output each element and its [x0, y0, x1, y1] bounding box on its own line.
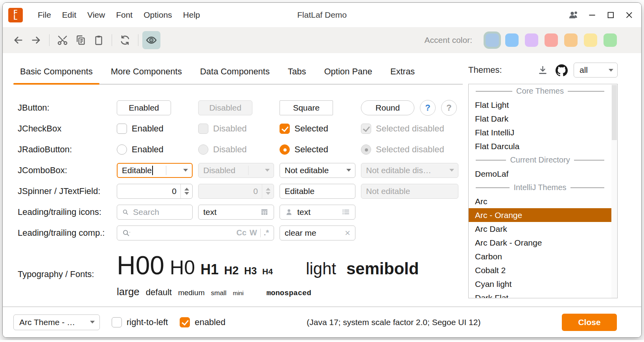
radio-enabled[interactable] — [117, 144, 127, 155]
accent-swatch-blue-gray[interactable] — [486, 33, 499, 47]
accent-swatch-green[interactable] — [604, 33, 617, 47]
spinner-down-icon[interactable] — [184, 192, 189, 195]
jbutton-enabled[interactable]: Enabled — [117, 100, 171, 115]
enabled-checkbox-group[interactable]: enabled — [180, 317, 225, 327]
right-to-left-checkbox[interactable] — [112, 317, 122, 327]
menu-bar: File Edit View Font Options Help — [32, 7, 206, 23]
menu-help[interactable]: Help — [178, 7, 206, 23]
minimize-button[interactable] — [583, 7, 601, 23]
help-button[interactable]: ? — [420, 100, 436, 116]
menu-font[interactable]: Font — [110, 7, 138, 23]
menu-file[interactable]: File — [32, 7, 57, 23]
list-icon[interactable] — [341, 207, 350, 216]
copy-button[interactable] — [72, 31, 90, 49]
chevron-down-icon[interactable] — [90, 321, 95, 324]
spinner-value: 0 — [117, 184, 180, 198]
theme-item[interactable]: Cobalt 2 — [469, 263, 611, 277]
menu-options[interactable]: Options — [138, 7, 177, 23]
enabled-checkbox[interactable] — [180, 317, 190, 327]
whole-words-button[interactable]: W — [250, 228, 257, 237]
clear-button[interactable]: × — [345, 228, 350, 238]
app-window: F L File Edit View Font Options Help Fla… — [2, 2, 642, 338]
theme-item[interactable]: Arc — [469, 194, 611, 208]
users-button[interactable] — [564, 7, 583, 23]
download-themes-button[interactable] — [534, 62, 551, 78]
radio-selected-label: Selected — [294, 144, 328, 155]
jbutton-round[interactable]: Round — [361, 100, 414, 115]
rtl-checkbox-group[interactable]: right-to-left — [112, 317, 168, 327]
theme-item[interactable]: Dark Flat — [469, 291, 611, 298]
tab-data-components[interactable]: Data Components — [193, 61, 276, 84]
themes-scrollbar[interactable] — [611, 84, 617, 298]
github-button[interactable] — [553, 62, 570, 78]
checkbox-enabled[interactable] — [117, 124, 127, 134]
close-button[interactable]: Close — [562, 314, 617, 331]
menu-edit[interactable]: Edit — [57, 7, 82, 23]
theme-item[interactable]: Carbon — [469, 250, 611, 263]
search-field[interactable] — [117, 205, 193, 220]
accent-swatch-orange[interactable] — [564, 33, 578, 47]
themes-scrollbar-thumb[interactable] — [612, 85, 617, 140]
combo-divider — [166, 166, 166, 175]
cut-button[interactable] — [53, 31, 72, 49]
refresh-button[interactable] — [116, 31, 134, 49]
show-hidden-toggle-button[interactable] — [142, 31, 160, 49]
regex-button[interactable]: .* — [264, 228, 269, 237]
theme-item[interactable]: Flat IntelliJ — [469, 126, 611, 139]
accent-swatch-yellow[interactable] — [584, 33, 597, 47]
paste-button[interactable] — [90, 31, 108, 49]
tab-option-pane[interactable]: Option Pane — [317, 61, 379, 84]
search-with-menu-icon[interactable] — [122, 229, 131, 237]
accent-swatch-red[interactable] — [545, 33, 558, 47]
combobox-editable-value: Editable — [122, 166, 152, 175]
clearable-field[interactable]: clear me × — [280, 226, 355, 240]
chevron-down-icon[interactable] — [346, 169, 351, 172]
text-field-calendar[interactable]: text — [198, 205, 274, 220]
themes-list: Core Themes Flat Light Flat Dark Flat In… — [468, 84, 618, 298]
combobox-editable[interactable]: Editable — [117, 163, 193, 178]
font-sample-mini: mini — [233, 290, 244, 296]
search-field-with-options[interactable]: Cc W .* — [117, 226, 274, 240]
combobox-not-editable[interactable]: Not editable — [280, 163, 355, 178]
chevron-down-icon[interactable] — [183, 169, 188, 172]
textfield-editable[interactable]: Editable — [280, 184, 355, 199]
theme-item[interactable]: DemoLaf — [469, 167, 611, 181]
jbutton-square[interactable]: Square — [280, 100, 333, 115]
accent-swatch-blue[interactable] — [505, 33, 519, 47]
tab-basic-components[interactable]: Basic Components — [13, 61, 99, 84]
theme-item[interactable]: Flat Dark — [469, 112, 611, 126]
tab-more-components[interactable]: More Components — [104, 61, 189, 84]
theme-item[interactable]: Cyan light — [469, 277, 611, 291]
close-window-button[interactable] — [620, 7, 638, 23]
maximize-button[interactable] — [601, 7, 620, 23]
menu-view[interactable]: View — [82, 7, 110, 23]
theme-item[interactable]: Arc Dark - Orange — [469, 236, 611, 250]
jbutton-row: JButton: Enabled Disabled Square Round ?… — [18, 97, 458, 118]
text-field-person-list[interactable]: text — [280, 205, 355, 220]
themes-filter-combobox[interactable]: all — [574, 63, 618, 78]
back-button[interactable] — [9, 31, 27, 49]
accent-swatch-purple[interactable] — [525, 33, 538, 47]
theme-item[interactable]: Flat Darcula — [469, 139, 611, 153]
typography-row: Typography / Fonts: H00 H0 H1 H2 H3 H4 l… — [18, 250, 458, 298]
spinner-enabled[interactable]: 0 — [117, 184, 193, 199]
match-case-button[interactable]: Cc — [236, 228, 247, 237]
radio-selected[interactable] — [280, 144, 290, 155]
checkbox-selected[interactable] — [280, 124, 290, 134]
forward-button[interactable] — [27, 31, 45, 49]
theme-item-selected[interactable]: Arc - Orange — [469, 208, 611, 222]
spinner-up-icon[interactable] — [184, 188, 189, 190]
tab-tabs[interactable]: Tabs — [281, 61, 313, 84]
clearable-field-value: clear me — [285, 228, 316, 238]
theme-item[interactable]: Flat Light — [469, 98, 611, 112]
font-sample-monospaced: monospaced — [267, 289, 311, 298]
spinner-buttons[interactable] — [180, 184, 192, 198]
help-button-disabled: ? — [441, 100, 457, 116]
calendar-icon[interactable] — [260, 207, 269, 216]
search-input[interactable] — [133, 207, 188, 217]
jbutton-label: JButton: — [18, 103, 117, 113]
look-and-feel-combobox[interactable]: Arc Theme - … — [13, 314, 100, 330]
theme-item[interactable]: Arc Dark — [469, 222, 611, 236]
checkbox-disabled — [198, 124, 208, 134]
tab-extras[interactable]: Extras — [384, 61, 421, 84]
